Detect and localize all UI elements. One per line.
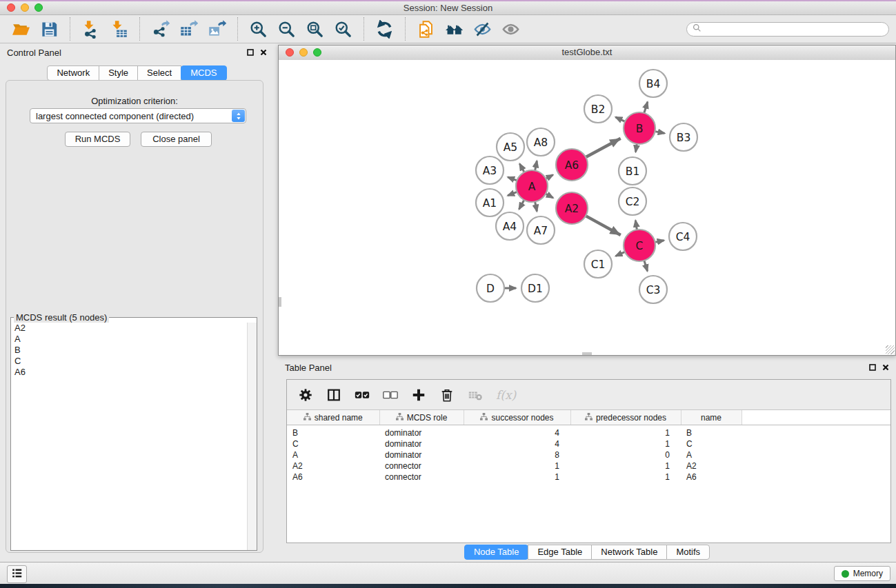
graph-node-B[interactable]: B [624, 112, 655, 144]
graph-node-C[interactable]: C [624, 230, 655, 261]
graph-node-C2[interactable]: C2 [619, 187, 646, 215]
delete-columns-icon[interactable] [439, 387, 455, 403]
float-table-panel-icon[interactable] [869, 364, 876, 371]
home-icon[interactable] [445, 20, 464, 39]
graph-edge-A-A4[interactable] [519, 200, 524, 209]
column-header-name[interactable]: name [681, 410, 741, 425]
optimization-criterion-select[interactable]: largest connected component (directed) [30, 108, 246, 123]
table-cell[interactable]: dominator [379, 449, 464, 460]
graph-node-B4[interactable]: B4 [639, 70, 667, 97]
graph-node-C3[interactable]: C3 [639, 276, 667, 303]
table-cell[interactable]: B [681, 425, 741, 439]
table-row[interactable]: A2connector11A2 [287, 460, 890, 472]
deselect-all-rows-icon[interactable] [383, 387, 398, 403]
graph-node-D[interactable]: D [477, 274, 504, 302]
graph-node-C1[interactable]: C1 [584, 250, 612, 278]
resize-grip[interactable] [886, 345, 895, 354]
table-cell[interactable]: dominator [379, 438, 464, 449]
tab-mcds[interactable]: MCDS [181, 65, 226, 81]
graph-node-B2[interactable]: B2 [584, 95, 612, 123]
export-network-icon[interactable] [151, 20, 170, 39]
table-cell[interactable]: A2 [287, 460, 379, 472]
import-network-icon[interactable] [81, 20, 100, 39]
graph-node-C4[interactable]: C4 [669, 223, 697, 250]
table-cell[interactable]: dominator [379, 425, 464, 439]
table-cell[interactable]: 8 [464, 449, 570, 460]
table-row[interactable]: Cdominator41C [287, 438, 890, 449]
table-cell[interactable]: A2 [681, 460, 741, 472]
network-from-file-icon[interactable] [417, 20, 435, 39]
zoom-in-icon[interactable] [249, 20, 268, 39]
close-window-button[interactable] [7, 3, 15, 12]
graph-edge-A6-B[interactable] [586, 139, 621, 157]
table-row[interactable]: Adominator80A [287, 449, 890, 460]
tab-select[interactable]: Select [137, 65, 181, 81]
graph-edge-A-A6[interactable] [546, 175, 552, 179]
graph-edge-A-A5[interactable] [519, 164, 524, 172]
graph-edge-A2-C[interactable] [586, 216, 621, 235]
zoom-fit-icon[interactable] [306, 20, 324, 39]
network-canvas[interactable]: B4B2BB3A8A5A6A3B1AC2A1A2A4A7C4CC1C3DD1 [279, 60, 895, 355]
maximize-window-button[interactable] [34, 3, 43, 12]
export-table-icon[interactable] [179, 20, 198, 39]
graph-node-D1[interactable]: D1 [521, 274, 549, 302]
graph-edge-A-A8[interactable] [535, 161, 537, 170]
select-all-rows-icon[interactable] [355, 387, 370, 403]
graph-edge-B-B3[interactable] [655, 132, 665, 134]
zoom-selected-icon[interactable] [334, 20, 352, 39]
table-cell[interactable]: 4 [464, 438, 570, 449]
network-window-titlebar[interactable]: testGlobe.txt [279, 45, 895, 61]
table-cell[interactable]: 0 [570, 449, 681, 460]
graph-edge-A-A3[interactable] [508, 177, 517, 181]
table-cell[interactable]: 1 [570, 460, 681, 472]
table-cell[interactable]: A6 [287, 472, 379, 483]
search-input[interactable] [705, 23, 883, 34]
table-cell[interactable]: 1 [570, 425, 681, 439]
table-cell[interactable]: A [681, 449, 741, 460]
export-image-icon[interactable] [208, 20, 226, 39]
save-session-icon[interactable] [40, 20, 59, 39]
mcds-result-item[interactable]: A2 [12, 323, 246, 334]
column-header-mcds-role[interactable]: MCDS role [379, 410, 464, 425]
zoom-out-icon[interactable] [277, 20, 296, 39]
float-panel-icon[interactable] [247, 49, 254, 56]
table-tab-network-table[interactable]: Network Table [591, 545, 667, 560]
show-columns-icon[interactable] [326, 387, 341, 403]
table-cell[interactable]: 1 [464, 472, 570, 483]
table-cell[interactable]: B [287, 425, 379, 439]
mcds-result-item[interactable]: A [12, 334, 246, 345]
table-cell[interactable]: connector [379, 472, 464, 483]
graph-node-A4[interactable]: A4 [496, 212, 524, 240]
add-column-icon[interactable] [411, 387, 426, 403]
table-cell[interactable]: A6 [681, 472, 741, 483]
table-tab-node-table[interactable]: Node Table [464, 545, 529, 560]
graph-node-A[interactable]: A [516, 170, 548, 202]
graph-edge-B-B1[interactable] [636, 144, 637, 152]
graph-edge-C-C3[interactable] [644, 261, 648, 271]
run-mcds-button[interactable]: Run MCDS [65, 132, 130, 147]
close-table-panel-icon[interactable] [882, 364, 889, 371]
close-panel-button[interactable]: Close panel [141, 132, 212, 147]
network-graph[interactable]: B4B2BB3A8A5A6A3B1AC2A1A2A4A7C4CC1C3DD1 [279, 60, 895, 355]
memory-button[interactable]: Memory [834, 566, 890, 581]
table-row[interactable]: A6connector11A6 [287, 472, 890, 483]
network-minimize-button[interactable] [299, 48, 308, 57]
column-header-shared-name[interactable]: shared name [287, 410, 379, 425]
graph-node-A5[interactable]: A5 [497, 133, 524, 161]
column-header-predecessor-nodes[interactable]: predecessor nodes [570, 410, 681, 425]
close-panel-icon[interactable] [260, 49, 267, 56]
table-cell[interactable]: C [287, 438, 379, 449]
graph-edge-C-C2[interactable] [635, 221, 637, 230]
graph-edge-C-C1[interactable] [616, 252, 626, 256]
table-cell[interactable]: C [681, 438, 741, 449]
graph-node-A1[interactable]: A1 [476, 189, 504, 216]
minimize-window-button[interactable] [21, 3, 29, 12]
graph-edge-A-A2[interactable] [546, 194, 553, 198]
table-row[interactable]: Bdominator41B [287, 425, 890, 439]
graph-edge-B-B4[interactable] [644, 102, 648, 113]
graph-edge-B-B2[interactable] [615, 117, 625, 122]
apply-layout-icon[interactable] [375, 20, 394, 39]
graph-node-A8[interactable]: A8 [527, 128, 555, 156]
graph-node-A3[interactable]: A3 [476, 156, 504, 184]
graph-node-A7[interactable]: A7 [527, 216, 555, 244]
